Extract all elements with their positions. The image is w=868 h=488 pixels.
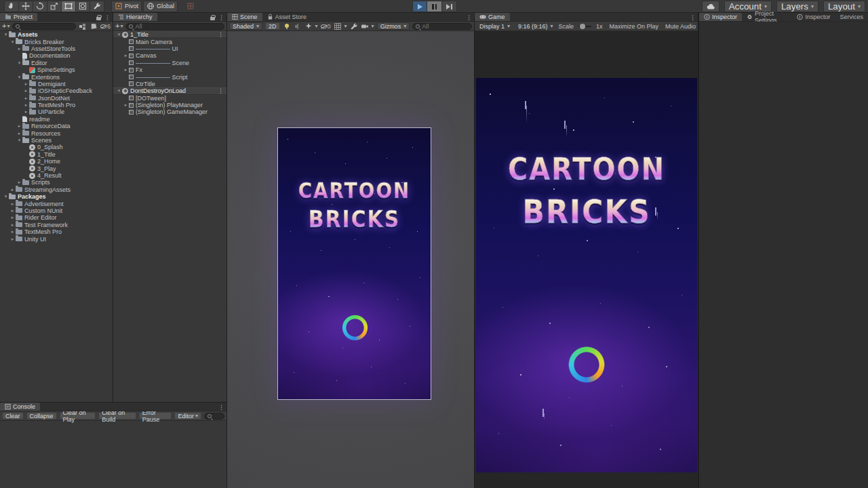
lock-icon[interactable] bbox=[210, 17, 215, 20]
project-tree-row[interactable]: 0_Splash bbox=[0, 144, 113, 150]
console-search-input[interactable] bbox=[204, 413, 224, 420]
hand-tool-button[interactable] bbox=[4, 1, 19, 12]
pivot-toggle[interactable]: Pivot bbox=[111, 1, 142, 12]
tab-project-settings[interactable]: Project Settings bbox=[742, 13, 792, 21]
audio-toggle-icon[interactable] bbox=[294, 22, 302, 30]
camera-dropdown-icon[interactable] bbox=[361, 22, 369, 30]
hierarchy-row[interactable]: ▸Canvas bbox=[113, 52, 226, 59]
tree-expand-arrow[interactable]: ▾ bbox=[3, 194, 9, 199]
game-render[interactable]: CARTOONBRICKS bbox=[476, 78, 697, 472]
tree-expand-arrow[interactable]: ▸ bbox=[9, 201, 16, 207]
project-tree-row[interactable]: ▸Resources bbox=[0, 129, 113, 136]
hierarchy-row[interactable]: ▸Fx bbox=[113, 66, 226, 73]
project-tree-row[interactable]: ▸Test Framework bbox=[0, 222, 113, 228]
project-tree-row[interactable]: ▸ResourceData bbox=[0, 123, 113, 129]
chevron-down-icon[interactable]: ▾ bbox=[344, 23, 347, 29]
pause-button[interactable] bbox=[427, 1, 442, 12]
scene-canvas-preview[interactable]: CARTOONBRICKS bbox=[277, 127, 431, 400]
hierarchy-row[interactable]: Main Camera bbox=[113, 38, 226, 45]
tree-expand-arrow[interactable]: ▸ bbox=[9, 208, 16, 214]
global-toggle[interactable]: Global bbox=[143, 1, 178, 12]
transform-tool-button[interactable] bbox=[76, 1, 90, 12]
tree-expand-arrow[interactable]: ▸ bbox=[23, 81, 29, 87]
shading-mode-dropdown[interactable]: Shaded▾ bbox=[229, 22, 262, 30]
rect-tool-button[interactable] bbox=[62, 1, 76, 12]
aspect-dropdown[interactable]: 9:16 (9:16)▾ bbox=[515, 22, 556, 30]
display-dropdown[interactable]: Display 1▾ bbox=[477, 22, 513, 30]
scale-tool-button[interactable] bbox=[47, 1, 62, 12]
tree-expand-arrow[interactable]: ▸ bbox=[16, 46, 22, 52]
project-tree-row[interactable]: 2_Home bbox=[0, 158, 113, 165]
clear-button[interactable]: Clear bbox=[2, 412, 24, 420]
project-tree-row[interactable]: ▾Extentions bbox=[0, 73, 113, 80]
hierarchy-row[interactable]: CtrTitle bbox=[113, 81, 226, 87]
custom-tool-button[interactable] bbox=[90, 1, 104, 12]
tree-expand-arrow[interactable]: ▸ bbox=[23, 102, 29, 108]
collapse-button[interactable]: Collapse bbox=[26, 412, 57, 420]
project-tree-row[interactable]: ▸TextMesh Pro bbox=[0, 102, 113, 108]
tree-expand-arrow[interactable]: ▾ bbox=[9, 39, 16, 45]
hierarchy-scene-header[interactable]: ▾DontDestroyOnLoad⋮ bbox=[113, 87, 226, 94]
tree-expand-arrow[interactable]: ▸ bbox=[9, 237, 16, 242]
project-tree-row[interactable]: ▸StreamingAssets bbox=[0, 186, 113, 193]
project-tree-row[interactable]: ▸Demigiant bbox=[0, 81, 113, 87]
move-tool-button[interactable] bbox=[19, 1, 33, 12]
grid-snap-button[interactable] bbox=[183, 1, 198, 12]
editor-dropdown[interactable]: Editor▾ bbox=[174, 412, 201, 420]
tree-expand-arrow[interactable]: ▾ bbox=[16, 60, 22, 66]
search-by-type-icon[interactable] bbox=[79, 22, 87, 30]
hierarchy-row[interactable]: ----------------- Scene bbox=[113, 60, 226, 66]
hidden-count-toggle[interactable]: 6 bbox=[100, 23, 111, 30]
tree-expand-arrow[interactable]: ▾ bbox=[3, 32, 9, 37]
project-tree-row[interactable]: ▾Bricks Breaker bbox=[0, 38, 113, 45]
project-tree-row[interactable]: ▸AssetStoreTools bbox=[0, 45, 113, 52]
project-tree-row[interactable]: SpineSettings bbox=[0, 66, 113, 73]
mute-audio-toggle[interactable]: Mute Audio bbox=[665, 23, 696, 30]
project-search-input[interactable] bbox=[12, 23, 76, 30]
tree-expand-arrow[interactable]: ▾ bbox=[116, 88, 122, 94]
clear-on-build-button[interactable]: Clear on Build bbox=[98, 412, 136, 420]
project-tree-row[interactable]: 4_Result bbox=[0, 172, 113, 179]
gizmos-dropdown[interactable]: Gizmos▾ bbox=[377, 22, 410, 30]
scene-visibility-toggle[interactable]: 0 bbox=[321, 23, 331, 30]
project-tree-row[interactable]: ▸Advertisement bbox=[0, 200, 113, 207]
effects-dropdown-icon[interactable] bbox=[304, 22, 313, 30]
create-asset-button[interactable]: +▾ bbox=[2, 22, 9, 30]
chevron-down-icon[interactable]: ▾ bbox=[372, 23, 374, 29]
tab-services[interactable]: Services bbox=[835, 13, 868, 21]
tree-expand-arrow[interactable]: ▾ bbox=[16, 75, 22, 80]
tree-expand-arrow[interactable]: ▸ bbox=[23, 109, 29, 115]
project-tree-row[interactable]: ▸Custom NUnit bbox=[0, 207, 113, 214]
tree-expand-arrow[interactable]: ▸ bbox=[23, 88, 29, 94]
cloud-button[interactable] bbox=[702, 1, 719, 12]
slider-knob[interactable] bbox=[580, 24, 585, 29]
console-log-area[interactable] bbox=[0, 421, 226, 488]
project-tree-row[interactable]: 3_Play bbox=[0, 165, 113, 171]
tab-project[interactable]: Project bbox=[0, 13, 37, 21]
tab-scene[interactable]: Scene bbox=[227, 13, 262, 21]
game-viewport[interactable]: CARTOONBRICKS bbox=[475, 31, 698, 488]
tree-expand-arrow[interactable]: ▸ bbox=[16, 131, 22, 136]
2d-toggle[interactable]: 2D bbox=[265, 22, 280, 30]
tree-expand-arrow[interactable]: ▸ bbox=[123, 67, 129, 73]
chevron-down-icon[interactable]: ▾ bbox=[315, 23, 318, 29]
kebab-menu-icon[interactable]: ⋮ bbox=[218, 31, 224, 38]
project-tree-row[interactable]: ▸Scripts bbox=[0, 179, 113, 186]
kebab-menu-icon[interactable]: ⋮ bbox=[690, 14, 696, 21]
hierarchy-row[interactable]: ----------------- Script bbox=[113, 73, 226, 80]
project-tree-row[interactable]: Documentation bbox=[0, 52, 113, 59]
lighting-toggle-icon[interactable] bbox=[283, 22, 291, 30]
scene-search-input[interactable]: All bbox=[412, 23, 472, 30]
tree-expand-arrow[interactable]: ▸ bbox=[9, 222, 16, 228]
create-object-button[interactable]: +▾ bbox=[115, 22, 123, 30]
kebab-menu-icon[interactable]: ⋮ bbox=[466, 14, 472, 21]
tool-settings-icon[interactable] bbox=[350, 22, 358, 30]
tree-expand-arrow[interactable]: ▸ bbox=[123, 53, 129, 58]
error-pause-button[interactable]: Error Pause bbox=[139, 412, 172, 420]
scene-viewport[interactable]: CARTOONBRICKS bbox=[227, 31, 474, 488]
tree-expand-arrow[interactable]: ▸ bbox=[23, 96, 29, 101]
layout-dropdown[interactable]: Layout▾ bbox=[823, 1, 865, 12]
search-by-label-icon[interactable] bbox=[90, 22, 98, 30]
tree-expand-arrow[interactable]: ▸ bbox=[9, 229, 16, 235]
hierarchy-row[interactable]: [DOTween] bbox=[113, 95, 226, 102]
